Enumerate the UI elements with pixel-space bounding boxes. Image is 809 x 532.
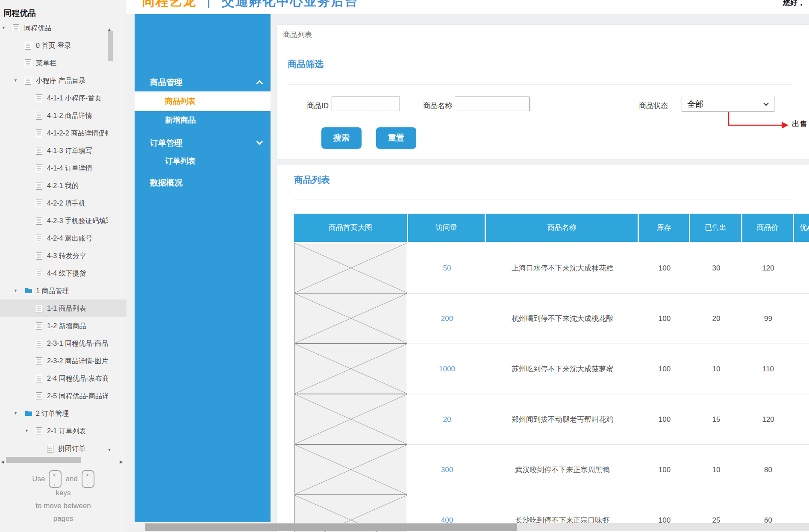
chevron-down-icon[interactable]: [256, 138, 263, 145]
sitemap-item-16[interactable]: 1-1 商品列表: [0, 300, 126, 317]
page-icon: [36, 147, 42, 155]
sitemap-item-label: 2-5 同程优品-商品详情: [47, 387, 108, 405]
sitemap-item-label: 4-3 转发分享: [47, 247, 108, 265]
bottom-hscrollbar-thumb[interactable]: [145, 523, 517, 531]
expand-arrow-icon[interactable]: ▼: [2, 19, 6, 37]
image-placeholder[interactable]: [294, 394, 407, 444]
table-cell: [294, 445, 408, 495]
visits-link[interactable]: 50: [408, 243, 486, 293]
table-row-3: 20郑州闻到拔不动腿老丐帮叫花鸡10015120: [294, 394, 809, 445]
visits-link[interactable]: 1000: [408, 344, 486, 394]
sold-value: 20: [690, 294, 742, 344]
sitemap-item-15[interactable]: ▼ 1 商品管理: [0, 282, 126, 300]
visits-link[interactable]: 300: [408, 445, 486, 495]
visits-link[interactable]: 200: [408, 294, 486, 344]
product-name-input[interactable]: [455, 97, 530, 111]
sitemap-item-17[interactable]: 1-2 新增商品: [0, 317, 126, 335]
expand-arrow-icon[interactable]: ▼: [14, 72, 18, 89]
sold-value: 10: [690, 445, 742, 495]
annotation-label: 出售: [792, 119, 807, 129]
reset-button[interactable]: 重置: [376, 127, 416, 149]
page-icon: [36, 305, 42, 312]
sitemap-item-7[interactable]: 4-1-3 订单填写: [0, 142, 126, 159]
tree-vscrollbar-thumb[interactable]: [108, 31, 113, 61]
page-icon: [36, 200, 42, 207]
menu-item-商品管理-新增商品[interactable]: 新增商品: [135, 111, 271, 129]
sitemap-item-18[interactable]: 2-3-1 同程优品-商品列表: [0, 335, 126, 352]
sitemap-item-5[interactable]: 4-1-2 商品详情: [0, 107, 126, 124]
product-name: 杭州喝到停不下来沈大成桃花酿: [486, 294, 639, 344]
table-header-cell: 商品首页大图: [294, 214, 408, 242]
price-value: 120: [742, 394, 794, 444]
sitemap-item-12[interactable]: 4-2-4 退出账号: [0, 229, 126, 247]
image-placeholder[interactable]: [294, 344, 407, 394]
sitemap-item-13[interactable]: 4-3 转发分享: [0, 247, 126, 265]
sitemap-item-4[interactable]: 4-1-1 小程序-首页: [0, 89, 126, 107]
sitemap-item-19[interactable]: 2-3-2 商品详情-图片: [0, 352, 126, 370]
sitemap-item-8[interactable]: 4-1-4 订单详情: [0, 159, 126, 177]
chevron-up-icon[interactable]: [256, 80, 263, 87]
sitemap-item-23[interactable]: ▼ 2-1 订单列表: [0, 422, 126, 440]
sitemap-item-label: 4-1-2-2 商品详情促销: [47, 124, 108, 142]
page-icon: [25, 77, 31, 85]
page-icon: [36, 112, 42, 120]
sitemap-item-21[interactable]: 2-5 同程优品-商品详情: [0, 387, 126, 405]
expand-arrow-icon[interactable]: ▼: [14, 405, 18, 422]
table-cell: [294, 294, 408, 344]
table-header-cell: 商品名称: [486, 214, 639, 242]
page-icon: [25, 42, 31, 50]
sitemap-item-14[interactable]: 4-4 线下提货: [0, 265, 126, 282]
table-header-cell: 已售出: [690, 214, 742, 242]
keycap-period: > .: [82, 470, 94, 488]
folder-icon: [25, 410, 32, 416]
sitemap-item-label: 1-1 商品列表: [47, 300, 108, 317]
sitemap-item-3[interactable]: ▼ 小程序 产品目录: [0, 72, 126, 89]
menu-item-商品管理-商品列表[interactable]: 商品列表: [135, 91, 271, 111]
sold-value: 10: [690, 344, 742, 394]
app-logo: 同程艺龙 | 交通孵化中心业务后台: [142, 0, 358, 10]
main-content: 商品列表 商品筛选 商品ID 商品名称 商品状态 全部 出售 搜索 重置 商品列…: [271, 14, 809, 532]
page-icon: [36, 252, 42, 260]
sitemap-item-11[interactable]: 4-2-3 手机验证码填写: [0, 212, 126, 229]
menu-group-2[interactable]: 数据概况: [135, 174, 271, 192]
sitemap-item-label: 1 商品管理: [36, 282, 108, 300]
sitemap-item-10[interactable]: 4-2-2 填手机: [0, 194, 126, 212]
sitemap-item-20[interactable]: 2-4 同程优品-发布商品: [0, 370, 126, 387]
chevron-down-icon: [763, 100, 769, 106]
price-value: 110: [742, 344, 794, 394]
image-placeholder[interactable]: [294, 293, 407, 344]
scroll-down-icon[interactable]: ▼: [107, 445, 112, 453]
search-button[interactable]: 搜索: [321, 127, 362, 149]
menu-item-订单管理-订单列表[interactable]: 订单列表: [135, 152, 271, 170]
expand-arrow-icon[interactable]: ▼: [25, 422, 29, 440]
visits-link[interactable]: 20: [408, 394, 486, 444]
image-placeholder[interactable]: [294, 243, 407, 293]
sitemap-item-22[interactable]: ▼ 2 订单管理: [0, 405, 126, 422]
page-icon: [36, 375, 42, 382]
sitemap-item-6[interactable]: 4-1-2-2 商品详情促销: [0, 124, 126, 142]
page-icon: [13, 24, 19, 32]
scroll-left-icon[interactable]: ◀: [1, 457, 4, 465]
table-header-cell: 商品价: [742, 214, 794, 242]
sitemap-title: 同程优品: [3, 8, 36, 19]
sitemap-item-9[interactable]: 4-2-1 我的: [0, 177, 126, 194]
sitemap-item-1[interactable]: 0 首页-登录: [0, 37, 126, 54]
product-name: 上海口水停不下来沈大成桂花糕: [486, 243, 639, 293]
menu-group-1[interactable]: 订单管理: [135, 134, 271, 152]
price-value: 99: [742, 294, 794, 344]
tree-hscrollbar-thumb[interactable]: [6, 457, 81, 463]
divider: [288, 84, 792, 85]
image-placeholder[interactable]: [294, 444, 407, 495]
bottom-hscrollbar[interactable]: [145, 523, 809, 531]
keyboard-hint: Use < , and > . keys to move between pag…: [0, 469, 126, 523]
sitemap-item-label: 4-1-1 小程序-首页: [47, 89, 108, 107]
clipped-cell: [794, 394, 809, 444]
product-id-input[interactable]: [332, 97, 400, 111]
sitemap-item-2[interactable]: 菜单栏: [0, 54, 126, 72]
product-status-select[interactable]: 全部: [682, 96, 774, 112]
scroll-right-icon[interactable]: ▶: [120, 457, 123, 465]
menu-group-0[interactable]: 商品管理: [135, 73, 271, 91]
logo-divider: |: [207, 0, 211, 8]
expand-arrow-icon[interactable]: ▼: [14, 282, 18, 300]
greeting-text: 您好，: [783, 0, 805, 8]
